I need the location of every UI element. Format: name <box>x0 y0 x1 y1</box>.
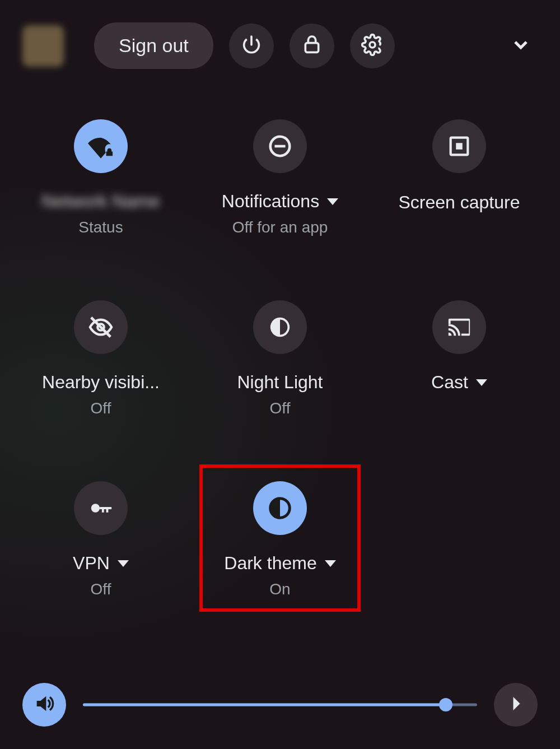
lock-icon <box>301 34 323 58</box>
avatar[interactable] <box>22 25 64 67</box>
caret-down-icon <box>325 560 336 567</box>
power-icon <box>240 34 263 58</box>
tiles-grid: Network Name Status Notifications Off fo… <box>17 114 543 606</box>
tile-nearby-sub: Off <box>91 399 111 417</box>
vpn-key-icon <box>74 481 128 535</box>
tile-cast-label: Cast <box>431 372 487 393</box>
volume-slider[interactable] <box>83 703 477 706</box>
tile-cast[interactable]: Cast <box>375 295 543 425</box>
tile-screen-capture[interactable]: Screen capture <box>375 114 543 244</box>
tile-vpn-label: VPN <box>73 553 129 574</box>
caret-down-icon <box>118 560 129 567</box>
power-button[interactable] <box>229 24 274 68</box>
visibility-off-icon <box>74 300 128 354</box>
tile-wifi[interactable]: Network Name Status <box>17 114 185 244</box>
tile-vpn-sub: Off <box>91 580 111 598</box>
tile-vpn[interactable]: VPN Off <box>17 476 185 606</box>
volume-row <box>17 672 543 732</box>
screen-capture-icon <box>432 119 486 173</box>
wifi-locked-icon <box>74 119 128 173</box>
tile-notifications-label: Notifications <box>222 191 338 212</box>
lock-button[interactable] <box>290 24 334 68</box>
volume-button[interactable] <box>22 683 66 727</box>
tile-notifications[interactable]: Notifications Off for an app <box>196 114 364 244</box>
quick-settings-panel: Sign out Network N <box>0 0 560 749</box>
tile-wifi-sub: Status <box>78 218 123 236</box>
cast-icon <box>432 300 486 354</box>
slider-thumb[interactable] <box>439 698 452 711</box>
sign-out-button[interactable]: Sign out <box>94 22 213 69</box>
svg-rect-0 <box>305 43 318 52</box>
tile-night-light[interactable]: Night Light Off <box>196 295 364 425</box>
svg-point-8 <box>91 504 100 512</box>
dark-theme-icon <box>253 481 307 535</box>
tile-screen-capture-label: Screen capture <box>398 191 520 213</box>
tile-nearby-visibility[interactable]: Nearby visibi... Off <box>17 295 185 425</box>
tile-dark-theme[interactable]: Dark theme On <box>196 476 364 606</box>
night-light-icon <box>253 300 307 354</box>
caret-down-icon <box>327 198 338 205</box>
tile-night-light-sub: Off <box>270 399 291 417</box>
do-not-disturb-icon <box>253 119 307 173</box>
tile-wifi-label: Network Name <box>41 191 160 212</box>
volume-icon <box>33 692 55 717</box>
svg-point-1 <box>370 42 375 48</box>
svg-rect-5 <box>456 143 463 150</box>
settings-button[interactable] <box>350 24 395 68</box>
tile-notifications-sub: Off for an app <box>232 218 328 236</box>
tile-dark-theme-label: Dark theme <box>224 553 335 574</box>
collapse-button[interactable] <box>504 29 538 63</box>
tile-night-light-label: Night Light <box>237 372 323 393</box>
chevron-right-icon <box>506 694 526 716</box>
tile-nearby-label: Nearby visibi... <box>42 372 160 393</box>
slider-fill <box>83 704 446 706</box>
caret-down-icon <box>476 379 487 386</box>
gear-icon <box>361 34 384 58</box>
audio-settings-button[interactable] <box>494 683 538 727</box>
tile-dark-theme-sub: On <box>269 580 290 598</box>
header-bar: Sign out <box>17 22 543 75</box>
chevron-down-icon <box>510 34 532 58</box>
